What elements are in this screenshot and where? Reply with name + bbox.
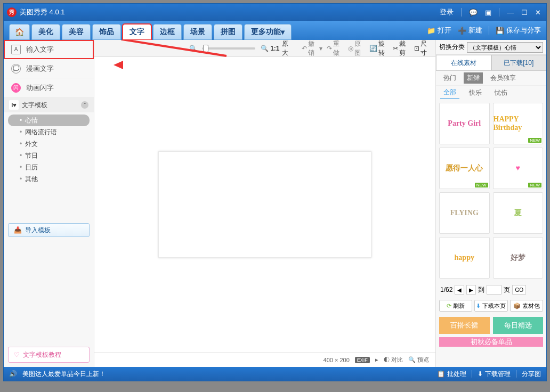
filter-member[interactable]: 会员独享 [487,72,519,84]
thumbnail-7[interactable]: 好梦 [493,237,544,279]
thumbnail-1[interactable]: HAPPY BirthdayNEW [493,103,544,144]
pager-go[interactable]: GO [512,285,526,295]
ilove-icon: I♥ [9,100,19,110]
original-button[interactable]: ◎原图 [348,40,365,58]
import-icon: 📥 [14,226,22,234]
tree-node-net[interactable]: 网络流行语 [4,126,94,138]
zoom-ratio[interactable]: 1:1 [270,45,279,52]
filter-hot[interactable]: 热门 [440,72,459,84]
tree-node-foreign[interactable]: 外文 [4,138,94,150]
zoom-out-icon[interactable]: 🔍 [189,45,197,52]
share-image[interactable]: 分享图 [522,370,541,379]
compare-button[interactable]: ◐ 对比 [384,356,403,364]
tab-border[interactable]: 边框 [153,24,182,40]
size-button[interactable]: ⊡尺寸 [414,40,431,58]
titlebar: 秀 美图秀秀 4.0.1 登录 💬 ▣ — ☐ ✕ [4,4,546,21]
tab-downloaded[interactable]: 已下载[10] [491,55,547,71]
rotate-button[interactable]: 🔄旋转 [369,40,389,58]
tree-node-mood[interactable]: 心情 [8,115,90,126]
comic-text-button[interactable]: 💭 漫画文字 [4,59,94,78]
thumbnail-6[interactable]: happy [439,237,490,279]
promo-daily[interactable]: 每日精选 [493,317,544,334]
minimize-button[interactable]: — [507,9,514,17]
sparkle-icon: 闪 [11,83,21,93]
filter-new[interactable]: 新鲜 [464,72,483,84]
app-logo: 秀 [7,7,17,17]
canvas-statusbar: 400 × 200 EXIF▸ ◐ 对比 🔍 预览 [94,352,435,367]
tab-face[interactable]: 美容 [62,24,91,40]
canvas-area: 🔍 🔍 1:1 原大 ↶撤销▾ ↷重做 ◎原图 🔄旋转 ✂裁剪 ⊡尺寸 [94,40,435,367]
thumbnail-0[interactable]: Party Girl [439,103,490,144]
material-pack-button[interactable]: 📦素材包 [510,300,543,312]
download-page-button[interactable]: ⬇下载本页 [474,300,507,312]
pager-next[interactable]: ▶ [466,285,476,295]
collapse-icon[interactable]: ˄ [81,101,88,109]
tree-node-calendar[interactable]: 日历 [4,161,94,173]
tab-puzzle[interactable]: 拼图 [214,24,242,40]
save-share-button[interactable]: 💾保存与分享 [496,26,541,35]
home-tab[interactable]: 🏠 [9,24,30,40]
cat-happy[interactable]: 快乐 [466,87,485,99]
batch-button[interactable]: 📋 批处理 [437,370,466,379]
pager-position: 1/62 [440,286,452,293]
status-news[interactable]: 美图达人最爱单品今日上新！ [22,370,106,379]
download-manager[interactable]: ⬇ 下载管理 [478,370,511,379]
input-text-label: 输入文字 [26,45,54,54]
save-icon: 💾 [496,27,504,35]
open-button[interactable]: 📁打开 [427,26,451,35]
anim-text-button[interactable]: 闪 动画闪字 [4,78,94,97]
home-icon: 🏠 [15,28,24,36]
tree-node-other[interactable]: 其他 [4,173,94,185]
promo-autumn[interactable]: 初秋必备单品 [439,337,543,347]
zoom-slider[interactable] [202,47,255,50]
thumbnail-2[interactable]: 愿得一人心NEW [439,148,490,189]
promo-skirt[interactable]: 百搭长裙 [439,317,490,334]
speech-bubble-icon: 💭 [11,64,21,74]
template-tree-header[interactable]: I♥ 文字模板 ˄ [4,97,94,112]
tab-beautify[interactable]: 美化 [31,24,60,40]
thumbnail-4[interactable]: FLYING [439,192,490,234]
text-a-icon: A [11,45,21,54]
exif-badge[interactable]: EXIF [355,357,370,363]
close-button[interactable]: ✕ [535,9,541,17]
thumbnail-5[interactable]: 夏 [493,192,544,234]
refresh-button[interactable]: ⟳刷新 [439,300,472,312]
pager-prev[interactable]: ◀ [455,285,464,295]
plus-icon: ➕ [458,27,466,35]
cat-all[interactable]: 全部 [440,87,459,99]
undo-button[interactable]: ↶撤销▾ [302,40,322,58]
category-select[interactable]: （文字模板）心情 [467,42,543,53]
tab-online-material[interactable]: 在线素材 [436,55,491,71]
zoom-in-icon[interactable]: 🔍 [261,45,268,52]
template-tree: 心情 网络流行语 外文 节日 日历 其他 [4,112,94,187]
maximize-button[interactable]: ☐ [521,9,528,17]
feedback-icon[interactable]: ▣ [485,9,491,17]
canvas-dimensions: 400 × 200 [323,357,350,363]
tab-accessory[interactable]: 饰品 [92,24,121,40]
preview-button[interactable]: 🔍 预览 [408,356,429,364]
tutorial-button[interactable]: ♡ 文字模板教程 [8,347,90,363]
tab-text[interactable]: 文字 [123,24,151,40]
input-text-button[interactable]: A 输入文字 [4,40,94,59]
zoom-original-size[interactable]: 原大 [282,40,294,58]
redo-button[interactable]: ↷重做 [327,40,344,58]
switch-category-label: 切换分类 [439,43,465,52]
tree-node-festival[interactable]: 节日 [4,150,94,161]
crop-button[interactable]: ✂裁剪 [393,40,410,58]
tab-more[interactable]: 更多功能 ▾ [244,24,292,40]
cat-sad[interactable]: 忧伤 [491,87,511,99]
sound-icon[interactable]: 🔊 [9,370,17,378]
anim-text-label: 动画闪字 [26,83,54,93]
statusbar: 🔊 美图达人最爱单品今日上新！ 📋 批处理 ⬇ 下载管理 分享图 [4,367,546,381]
import-template-button[interactable]: 📥 导入模板 [8,223,90,237]
tutorial-label: 文字模板教程 [23,350,61,360]
new-button[interactable]: ➕新建 [458,26,482,35]
pager-input[interactable] [487,285,502,295]
thumbnail-3[interactable]: ♥NEW [493,148,544,189]
left-panel: A 输入文字 💭 漫画文字 闪 动画闪字 I♥ 文字模板 ˄ 心情 网络流行语 … [4,40,94,367]
login-link[interactable]: 登录 [440,7,454,17]
tab-scene[interactable]: 场景 [183,24,212,40]
thumbnail-grid: Party GirlHAPPY BirthdayNEW愿得一人心NEW♥NEWF… [436,100,546,282]
canvas[interactable] [158,151,371,258]
chat-icon[interactable]: 💬 [469,9,478,17]
